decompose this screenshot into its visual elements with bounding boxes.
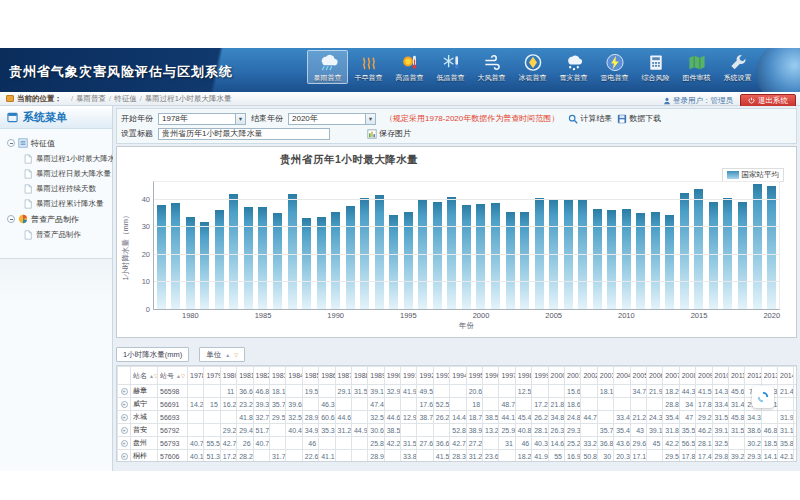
chart-legend[interactable]: 国家站平均 <box>722 168 785 182</box>
year-column-header[interactable]: 1997 <box>499 367 515 385</box>
end-year-select[interactable]: 2020年▼ <box>288 113 376 125</box>
chart-title-input[interactable] <box>158 128 330 140</box>
row-expand-icon[interactable]: + <box>121 401 128 408</box>
bar-1981[interactable] <box>200 222 209 309</box>
year-column-header[interactable]: 2011 <box>728 367 744 385</box>
bar-2019[interactable] <box>753 184 762 309</box>
bar-1986[interactable] <box>273 213 282 309</box>
bar-2010[interactable] <box>622 209 631 309</box>
sidebar-group-1[interactable]: 特征值 <box>3 135 109 151</box>
row-expand-icon[interactable]: + <box>121 427 128 434</box>
sidebar-item[interactable]: 暴雨过程累计降水量 <box>3 196 109 211</box>
unit-sort-control[interactable]: 单位 ▲ ▽ <box>199 347 245 362</box>
calculate-button[interactable]: 计算结果 <box>568 113 612 124</box>
bar-1993[interactable] <box>375 195 384 309</box>
nav-item-11[interactable]: 系统设置 <box>717 50 758 84</box>
year-column-header[interactable]: 2012 <box>745 367 761 385</box>
year-column-header[interactable]: 2000 <box>548 367 564 385</box>
row-expand-icon[interactable]: + <box>121 414 128 421</box>
year-column-header[interactable]: 2013 <box>761 367 777 385</box>
year-column-header[interactable]: 1978 <box>188 367 204 385</box>
year-column-header[interactable]: 2001 <box>564 367 580 385</box>
bar-1983[interactable] <box>229 194 238 309</box>
row-expand-icon[interactable]: + <box>121 440 128 447</box>
bar-1987[interactable] <box>288 194 297 309</box>
year-column-header[interactable]: 1991 <box>401 367 417 385</box>
year-column-header[interactable]: 1995 <box>466 367 482 385</box>
year-column-header[interactable]: 2015 <box>794 367 797 385</box>
year-column-header[interactable]: 2005 <box>630 367 646 385</box>
year-column-header[interactable]: 1996 <box>483 367 499 385</box>
bar-1989[interactable] <box>317 217 326 309</box>
year-column-header[interactable]: 1990 <box>384 367 400 385</box>
sidebar-item[interactable]: 普查产品制作 <box>3 227 109 242</box>
collapse-icon[interactable] <box>7 139 15 147</box>
year-column-header[interactable]: 1994 <box>450 367 466 385</box>
bar-2014[interactable] <box>680 193 689 309</box>
year-column-header[interactable]: 1998 <box>515 367 531 385</box>
bar-1999[interactable] <box>462 205 471 309</box>
sidebar-group-2[interactable]: 普查产品制作 <box>3 211 109 227</box>
sidebar-item[interactable]: 暴雨过程持续天数 <box>3 181 109 196</box>
collapse-icon[interactable] <box>7 215 15 223</box>
row-expand-icon[interactable]: + <box>121 388 128 395</box>
nav-item-7[interactable]: 雪灾普查 <box>553 50 594 84</box>
year-column-header[interactable]: 1988 <box>351 367 367 385</box>
year-column-header[interactable]: 1981 <box>237 367 253 385</box>
year-column-header[interactable]: 2009 <box>696 367 712 385</box>
bar-1997[interactable] <box>433 202 442 309</box>
year-column-header[interactable]: 1993 <box>433 367 449 385</box>
breadcrumb-item[interactable]: 暴雨普查 <box>76 94 106 103</box>
nav-item-4[interactable]: 低温普查 <box>430 50 471 84</box>
sidebar-item[interactable]: 暴雨过程日最大降水量 <box>3 166 109 181</box>
year-column-header[interactable]: 1982 <box>253 367 269 385</box>
year-column-header[interactable]: 1979 <box>204 367 220 385</box>
nav-item-1[interactable]: 暴雨普查 <box>307 50 348 84</box>
bar-2015[interactable] <box>694 189 703 309</box>
download-button[interactable]: 数据下载 <box>617 113 661 124</box>
bar-2001[interactable] <box>491 203 500 309</box>
year-column-header[interactable]: 1983 <box>269 367 285 385</box>
bar-2018[interactable] <box>738 202 747 309</box>
bar-2016[interactable] <box>709 202 718 309</box>
year-column-header[interactable]: 1999 <box>532 367 548 385</box>
year-column-header[interactable]: 2007 <box>663 367 679 385</box>
breadcrumb-item[interactable]: 特征值 <box>114 94 137 103</box>
nav-item-10[interactable]: 图件审核 <box>676 50 717 84</box>
station-name-column-header[interactable]: 站名 ▲▽ <box>131 367 158 385</box>
nav-item-9[interactable]: 综合风险 <box>635 50 676 84</box>
year-column-header[interactable]: 1980 <box>220 367 236 385</box>
year-column-header[interactable]: 1986 <box>319 367 335 385</box>
breadcrumb-item[interactable]: 暴雨过程1小时最大降水量 <box>145 94 232 103</box>
bar-1988[interactable] <box>302 218 311 309</box>
save-image-button[interactable]: 保存图片 <box>367 128 411 139</box>
nav-item-6[interactable]: 冰雹普查 <box>512 50 553 84</box>
year-column-header[interactable]: 2010 <box>712 367 728 385</box>
bar-2013[interactable] <box>665 215 674 309</box>
bar-2020[interactable] <box>767 186 776 309</box>
year-column-header[interactable]: 1987 <box>335 367 351 385</box>
year-column-header[interactable]: 1992 <box>417 367 433 385</box>
year-column-header[interactable]: 1989 <box>368 367 384 385</box>
year-column-header[interactable]: 2002 <box>581 367 597 385</box>
year-column-header[interactable]: 2003 <box>597 367 613 385</box>
sidebar-item[interactable]: 暴雨过程1小时最大降水量 <box>3 151 109 166</box>
start-year-select[interactable]: 1978年▼ <box>158 113 246 125</box>
year-column-header[interactable]: 1984 <box>286 367 302 385</box>
year-column-header[interactable]: 1985 <box>302 367 318 385</box>
year-column-header[interactable]: 2004 <box>614 367 630 385</box>
bar-1985[interactable] <box>258 207 267 309</box>
nav-item-8[interactable]: 雷电普查 <box>594 50 635 84</box>
bar-1982[interactable] <box>215 210 224 309</box>
year-column-header[interactable]: 2006 <box>646 367 662 385</box>
nav-item-5[interactable]: 大风普查 <box>471 50 512 84</box>
bar-1980[interactable] <box>186 217 195 309</box>
bar-2008[interactable] <box>593 209 602 309</box>
row-expand-icon[interactable]: + <box>121 453 128 460</box>
year-column-header[interactable]: 2014 <box>778 367 794 385</box>
element-filter-button[interactable]: 1小时降水量(mm) <box>116 347 189 362</box>
bar-1979[interactable] <box>171 203 180 309</box>
bar-1991[interactable] <box>346 206 355 309</box>
nav-item-2[interactable]: 干旱普查 <box>348 50 389 84</box>
bar-2000[interactable] <box>476 204 485 309</box>
